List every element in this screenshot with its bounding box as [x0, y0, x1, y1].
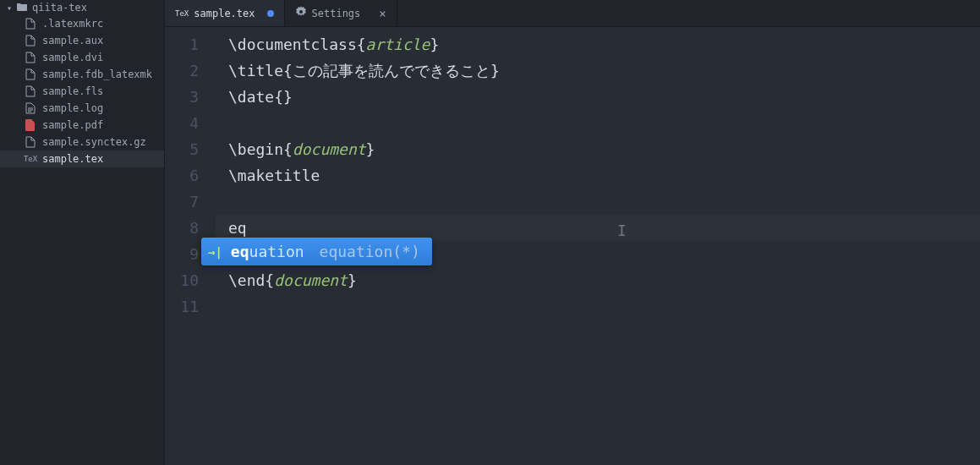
tree-file-item[interactable]: sample.pdf — [0, 117, 164, 134]
token-brace: } — [430, 36, 439, 53]
code-line[interactable]: \begin{document} — [216, 136, 980, 162]
tree-file-item[interactable]: TeXsample.tex — [0, 150, 164, 167]
log-file-icon — [24, 102, 37, 114]
modified-indicator-icon — [267, 10, 274, 17]
tree-file-item[interactable]: sample.dvi — [0, 49, 164, 66]
chevron-down-icon: ▾ — [7, 3, 15, 13]
file-name-label: .latexmkrc — [42, 18, 103, 30]
line-number: 5 — [165, 136, 199, 162]
code-line[interactable]: \documentclass{article} — [216, 31, 980, 57]
tree-file-item[interactable]: sample.synctex.gz — [0, 134, 164, 150]
line-number: 1 — [165, 31, 199, 57]
tab-settings[interactable]: Settings× — [285, 0, 397, 26]
file-name-label: sample.aux — [42, 35, 103, 46]
line-number: 7 — [165, 189, 199, 215]
tree-folder-root[interactable]: ▾ qiita-tex — [0, 0, 164, 15]
token-cmd: \maketitle — [228, 167, 320, 184]
code-line[interactable]: \maketitle — [216, 162, 980, 189]
token-cmd: \date — [228, 88, 274, 106]
file-tree-sidebar[interactable]: ▾ qiita-tex .latexmkrcsample.auxsample.d… — [0, 0, 165, 465]
line-number: 10 — [165, 267, 199, 293]
autocomplete-popup[interactable]: →| equation equation(*) — [201, 238, 432, 265]
file-name-label: sample.log — [42, 102, 103, 114]
line-number: 6 — [165, 162, 199, 189]
tab-sample-tex[interactable]: TeXsample.tex — [165, 0, 285, 26]
tab-bar: TeXsample.texSettings× — [165, 0, 980, 27]
autocomplete-match: eq — [231, 243, 249, 260]
file-file-icon — [24, 85, 37, 97]
tree-file-item[interactable]: .latexmkrc — [0, 15, 164, 32]
token-arg: document — [293, 140, 366, 158]
tex-icon: TeX — [175, 8, 189, 19]
token-brace: {} — [274, 88, 293, 106]
tree-file-item[interactable]: sample.fls — [0, 83, 164, 100]
code-line[interactable] — [216, 293, 980, 320]
editor-main: TeXsample.texSettings× 1234567891011 \do… — [165, 0, 980, 465]
autocomplete-hint: equation(*) — [320, 243, 420, 260]
code-line[interactable]: \end{document} — [216, 267, 980, 293]
token-text: eq — [228, 219, 247, 237]
line-number: 2 — [165, 57, 199, 84]
file-name-label: sample.dvi — [42, 52, 103, 63]
token-arg: article — [366, 36, 430, 53]
tab-label: sample.tex — [194, 8, 255, 19]
token-cmd: \title — [228, 62, 283, 79]
file-file-icon — [24, 18, 37, 30]
token-brace: { — [265, 271, 274, 289]
code-line[interactable]: \date{} — [216, 84, 980, 110]
file-name-label: sample.fdb_latexmk — [42, 68, 152, 80]
pdf-file-icon — [24, 119, 37, 131]
file-file-icon — [24, 68, 37, 80]
code-line[interactable] — [216, 189, 980, 215]
token-brace: } — [490, 62, 500, 79]
autocomplete-rest: uation — [249, 243, 304, 260]
tree-file-item[interactable]: sample.log — [0, 100, 164, 117]
file-file-icon — [24, 52, 37, 63]
folder-name: qiita-tex — [32, 2, 87, 14]
tree-file-item[interactable]: sample.fdb_latexmk — [0, 66, 164, 83]
code-line[interactable] — [216, 110, 980, 136]
token-brace: { — [283, 62, 293, 79]
tab-label: Settings — [312, 8, 361, 19]
snippet-icon: →| — [208, 245, 222, 259]
token-text: この記事を読んでできること — [293, 62, 490, 79]
line-number: 4 — [165, 110, 199, 136]
close-icon[interactable]: × — [379, 7, 386, 20]
line-number: 11 — [165, 293, 199, 320]
token-arg: document — [274, 271, 348, 289]
file-name-label: sample.fls — [42, 85, 103, 97]
token-brace: { — [357, 36, 366, 53]
settings-icon — [295, 6, 307, 20]
code-line[interactable]: \title{この記事を読んでできること} — [216, 57, 980, 84]
line-number: 3 — [165, 84, 199, 110]
token-brace: } — [348, 271, 357, 289]
folder-icon — [17, 2, 27, 14]
line-number: 8 — [165, 215, 199, 241]
file-name-label: sample.pdf — [42, 119, 103, 131]
token-cmd: \begin — [228, 140, 283, 158]
token-cmd: \end — [228, 271, 265, 289]
token-cmd: \documentclass — [228, 36, 357, 53]
file-file-icon — [24, 35, 37, 46]
tex-file-icon: TeX — [24, 155, 37, 163]
line-number: 9 — [165, 241, 199, 267]
token-brace: { — [283, 140, 293, 158]
file-file-icon — [24, 136, 37, 148]
token-brace: } — [366, 140, 375, 158]
file-name-label: sample.synctex.gz — [42, 136, 146, 148]
file-name-label: sample.tex — [42, 153, 103, 165]
tree-file-item[interactable]: sample.aux — [0, 32, 164, 49]
